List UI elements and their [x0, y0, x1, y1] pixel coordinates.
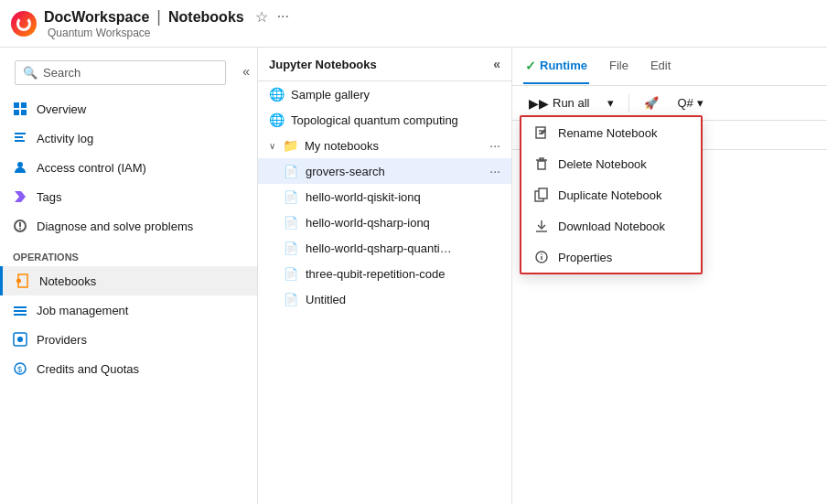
- run-all-dropdown-button[interactable]: ▾: [600, 92, 621, 113]
- tree-item-label: grovers-search: [306, 165, 385, 178]
- qsharp-expand-icon: ▾: [697, 96, 703, 110]
- run-all-label: Run all: [553, 96, 589, 110]
- sidebar-item-providers[interactable]: Providers: [0, 325, 257, 354]
- diagnose-icon: [13, 219, 27, 233]
- tree-item-grovers-search[interactable]: 📄 grovers-search ···: [258, 158, 511, 184]
- sidebar-item-credits[interactable]: $ Credits and Quotas: [0, 354, 257, 383]
- svg-point-31: [541, 253, 542, 255]
- file-icon: 📄: [284, 189, 298, 204]
- operations-section-label: Operations: [0, 241, 257, 266]
- qsharp-label: Q#: [677, 96, 693, 110]
- search-box[interactable]: 🔍 Search: [15, 60, 226, 85]
- menu-item-delete[interactable]: Delete Notebook: [521, 148, 701, 179]
- svg-rect-4: [15, 133, 26, 134]
- right-panel: ✓ Runtime File Edit ▶▶ Run all ▾ 🚀: [512, 48, 827, 504]
- tree-item-label: Topological quantum computing: [291, 113, 458, 127]
- sidebar-collapse-button[interactable]: «: [235, 62, 252, 80]
- activity-log-label: Activity log: [37, 132, 93, 145]
- menu-item-duplicate-label: Duplicate Notebook: [558, 188, 661, 202]
- tree-item-label: Untitled: [306, 293, 346, 306]
- star-icon[interactable]: ☆: [255, 8, 268, 26]
- workspace-name: Quantum Workspace: [48, 27, 289, 39]
- tab-file-label: File: [609, 59, 628, 72]
- main-area: 🔍 Search « Overview Activity log Access …: [0, 48, 827, 504]
- app-header: DocWorkspace | Notebooks ☆ ··· Quantum W…: [0, 0, 827, 48]
- file-icon: 📄: [284, 292, 298, 306]
- menu-item-duplicate[interactable]: Duplicate Notebook: [521, 179, 701, 210]
- duplicate-icon: [534, 188, 549, 202]
- logo-spinner: [16, 16, 31, 31]
- providers-icon: [13, 332, 27, 347]
- tree-item-label: Sample gallery: [291, 88, 370, 102]
- overview-icon: [13, 102, 27, 116]
- qsharp-button[interactable]: Q# ▾: [670, 92, 710, 113]
- right-tabs: ✓ Runtime File Edit: [512, 48, 827, 86]
- sidebar-item-overview[interactable]: Overview: [0, 94, 257, 123]
- tree-item-sample-gallery[interactable]: 🌐 Sample gallery: [258, 81, 511, 107]
- globe-icon: 🌐: [269, 87, 284, 102]
- svg-point-11: [16, 279, 21, 284]
- chevron-down-icon: ∨: [269, 141, 275, 151]
- search-label: Search: [43, 66, 81, 80]
- svg-point-7: [17, 162, 23, 167]
- tree-item-hello-world-qiskit[interactable]: 📄 hello-world-qiskit-ionq: [258, 184, 511, 209]
- more-options-icon[interactable]: ···: [489, 164, 500, 178]
- svg-rect-12: [14, 306, 27, 308]
- job-management-icon: [13, 303, 27, 317]
- sidebar-item-access-control[interactable]: Access control (IAM): [0, 153, 257, 182]
- info-icon: [534, 250, 549, 264]
- tab-edit[interactable]: Edit: [649, 49, 672, 83]
- sidebar-item-tags[interactable]: Tags: [0, 182, 257, 211]
- tab-edit-label: Edit: [650, 59, 671, 72]
- sidebar-item-activity-log[interactable]: Activity log: [0, 123, 257, 153]
- file-icon: 📄: [284, 241, 298, 255]
- app-name: DocWorkspace: [44, 9, 149, 26]
- svg-text:$: $: [17, 365, 22, 374]
- file-icon: 📄: [284, 164, 298, 178]
- tree-item-my-notebooks[interactable]: ∨ 📁 My notebooks ···: [258, 133, 511, 158]
- tree-item-three-qubit[interactable]: 📄 three-qubit-repetition-code: [258, 261, 511, 286]
- notebooks-label: Notebooks: [39, 274, 96, 288]
- svg-rect-26: [539, 188, 547, 198]
- tree-item-topological[interactable]: 🌐 Topological quantum computing: [258, 107, 511, 133]
- header-title-group: DocWorkspace | Notebooks ☆ ··· Quantum W…: [44, 7, 289, 39]
- chevron-down-icon: ▾: [607, 96, 614, 110]
- middle-panel-collapse-button[interactable]: «: [493, 57, 500, 71]
- overview-label: Overview: [37, 102, 86, 116]
- tab-file[interactable]: File: [607, 49, 630, 83]
- run-all-button[interactable]: ▶▶ Run all: [521, 92, 596, 114]
- svg-rect-6: [15, 140, 25, 142]
- notebooks-icon: [16, 273, 30, 288]
- tab-runtime[interactable]: ✓ Runtime: [523, 49, 589, 84]
- sidebar-item-diagnose[interactable]: Diagnose and solve problems: [0, 211, 257, 241]
- providers-label: Providers: [37, 333, 87, 347]
- middle-panel: Jupyter Notebooks « 🌐 Sample gallery 🌐 T…: [258, 48, 512, 504]
- run-all-icon: ▶▶: [529, 96, 549, 111]
- tab-runtime-label: Runtime: [540, 59, 587, 72]
- rocket-button[interactable]: 🚀: [637, 92, 666, 113]
- search-icon: 🔍: [23, 66, 38, 80]
- tree-item-untitled[interactable]: 📄 Untitled: [258, 286, 511, 312]
- tree-item-label: hello-world-qiskit-ionq: [306, 190, 421, 204]
- diagnose-label: Diagnose and solve problems: [37, 220, 193, 233]
- left-sidebar: 🔍 Search « Overview Activity log Access …: [0, 48, 258, 504]
- more-options-icon[interactable]: ···: [489, 138, 500, 153]
- svg-rect-24: [540, 158, 543, 160]
- menu-item-properties[interactable]: Properties: [521, 241, 701, 273]
- delete-icon: [534, 156, 549, 171]
- credits-label: Credits and Quotas: [37, 362, 139, 376]
- sidebar-item-job-management[interactable]: Job management: [0, 295, 257, 325]
- svg-rect-0: [14, 102, 19, 108]
- check-icon: ✓: [525, 59, 536, 73]
- tree-item-hello-world-qsharp-quantinu[interactable]: 📄 hello-world-qsharp-quantinu...: [258, 235, 511, 261]
- tree-item-hello-world-qsharp[interactable]: 📄 hello-world-qsharp-ionq: [258, 209, 511, 235]
- toolbar-separator: [628, 94, 629, 113]
- sidebar-item-notebooks[interactable]: Notebooks: [0, 266, 257, 295]
- rocket-icon: 🚀: [644, 96, 659, 110]
- svg-rect-1: [21, 102, 27, 108]
- more-icon[interactable]: ···: [277, 8, 289, 26]
- menu-item-download[interactable]: Download Notebook: [521, 210, 701, 241]
- menu-item-rename[interactable]: Rename Notebook: [521, 117, 701, 148]
- svg-rect-22: [538, 161, 545, 169]
- job-management-label: Job management: [37, 304, 128, 317]
